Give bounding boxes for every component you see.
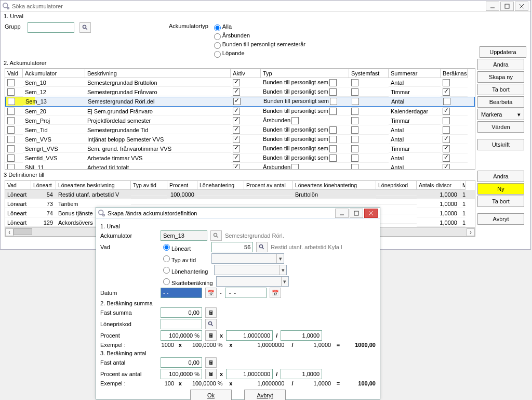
table-row[interactable]: Semtid_VVSArbetade timmar VVSBunden till… <box>5 153 475 163</box>
dlg-lpkod-search[interactable] <box>205 319 217 329</box>
dlg-exempel2-label: Exempel : <box>100 380 156 386</box>
dlg-ack-search[interactable] <box>210 230 222 241</box>
dialog-ok-button[interactable]: Ok <box>190 390 232 400</box>
calculator-icon[interactable]: 🖩 <box>205 369 217 379</box>
radio-bunden[interactable]: Bunden till personligt semesterår <box>211 40 305 49</box>
dlg-fastsumma[interactable] <box>161 307 202 318</box>
dlg-ack-value <box>161 230 207 241</box>
dlg-lpkod-label: Lönepriskod <box>100 321 157 327</box>
dialog-minimize-button[interactable] <box>335 209 349 218</box>
table-row[interactable]: Sem_TidSemestergrundande TidBunden till … <box>5 125 475 135</box>
svg-line-2 <box>7 6 8 7</box>
dialog-sec3: 3. Beräkning antal <box>100 350 376 356</box>
search-icon <box>208 321 214 327</box>
dlg-pavantal2[interactable] <box>226 369 273 379</box>
dlg-datum-label: Datum <box>100 290 157 296</box>
varden-button[interactable]: Värden <box>477 121 524 133</box>
def-ny-button[interactable]: Ny <box>477 183 524 195</box>
dlg-radio-lonehantering[interactable]: Lönehantering <box>161 265 208 275</box>
utskrift-button[interactable]: Utskrift <box>477 139 524 150</box>
dlg-procent2[interactable] <box>226 330 273 341</box>
table-row[interactable]: Sem_VVSIntjänat belopp Semester VVSBunde… <box>5 135 475 144</box>
table-row[interactable]: Löneart54Restid utanf. arbetstid V100,00… <box>5 190 475 199</box>
dlg-vad-input[interactable] <box>211 242 253 252</box>
calendar-to-icon[interactable]: 📅 <box>270 288 281 298</box>
scroll-left-icon[interactable]: ‹ <box>5 228 14 236</box>
svg-rect-12 <box>354 211 358 215</box>
bearbeta-button[interactable]: Bearbeta <box>477 96 524 108</box>
dlg-fastantal-label: Fast antal <box>100 359 157 366</box>
dlg-fastantal[interactable] <box>161 357 202 368</box>
dlg-radio-skatt[interactable]: Skatteberäkning <box>161 277 213 286</box>
chevron-down-icon: ▾ <box>279 265 286 275</box>
maximize-button[interactable] <box>500 2 514 11</box>
update-button[interactable]: Uppdatera <box>480 46 526 58</box>
table-row[interactable]: Sem_10Semestergrundad BruttolönBunden ti… <box>5 78 475 87</box>
close-button[interactable] <box>515 2 528 11</box>
dlg-datum-to[interactable] <box>225 288 267 298</box>
skapa-ny-button[interactable]: Skapa ny <box>477 71 524 83</box>
calculator-icon[interactable]: 🖩 <box>205 330 217 341</box>
scroll-right-icon[interactable]: › <box>467 228 475 236</box>
dlg-procent3[interactable] <box>281 330 322 341</box>
dlg-datum-from[interactable]: - - <box>161 288 202 298</box>
svg-point-19 <box>209 322 212 325</box>
definition-dialog: Skapa /ändra ackumulatordefinition 1. Ur… <box>96 207 380 399</box>
svg-point-7 <box>83 25 86 29</box>
search-icon <box>259 244 265 250</box>
ackumulatorer-grid: Vald Ackumulator Beskrivning Aktiv Typ S… <box>5 68 475 170</box>
markera-dropdown[interactable]: Markera▾ <box>477 109 524 120</box>
dlg-procent[interactable] <box>161 330 202 341</box>
dialog-maximize-button[interactable] <box>350 209 363 218</box>
dlg-lpkod[interactable] <box>161 319 202 329</box>
ackumulatortyp-group: Ackumulatortyp Alla Årsbunden Bunden til… <box>169 22 305 58</box>
ack-grid-body[interactable]: Sem_10Semestergrundad BruttolönBunden ti… <box>5 78 475 170</box>
dlg-pavantal3[interactable] <box>281 369 322 379</box>
andra-button[interactable]: Ändra <box>477 59 524 70</box>
svg-point-10 <box>103 214 105 216</box>
table-row[interactable]: Sem_ProjProjektfördelad semesterÅrsbunde… <box>5 116 475 125</box>
dlg-ack-label: Ackumulator <box>100 233 157 239</box>
svg-point-17 <box>260 245 263 248</box>
dlg-skatt-combo[interactable]: ▾ <box>216 276 289 287</box>
svg-line-18 <box>262 248 264 249</box>
def-ta-bort-button[interactable]: Ta bort <box>477 196 524 207</box>
dlg-typ-combo[interactable]: ▾ <box>211 253 284 264</box>
dlg-ack-desc: Semestergrundad Rörl. <box>225 233 284 239</box>
svg-line-8 <box>86 28 87 30</box>
def-andra-button[interactable]: Ändra <box>477 171 524 182</box>
dialog-close-button[interactable] <box>364 209 378 218</box>
dialog-titlebar: Skapa /ändra ackumulatordefinition <box>96 208 380 219</box>
section-1-header: 1. Urval <box>1 12 530 20</box>
calculator-icon[interactable]: 🖩 <box>205 357 217 368</box>
calculator-icon[interactable]: 🖩 <box>205 307 217 318</box>
dlg-vad-search[interactable] <box>256 242 268 252</box>
def-avbryt-button[interactable]: Avbryt <box>477 213 524 225</box>
table-row[interactable]: Sem_20Ej Sem.grundad FrånvaroBunden till… <box>5 107 475 116</box>
table-row[interactable]: Sem_12Semestergrundad FrånvaroBunden til… <box>5 87 475 97</box>
svg-line-16 <box>217 236 218 238</box>
ack-grid-header: Vald Ackumulator Beskrivning Aktiv Typ S… <box>5 69 475 78</box>
chevron-down-icon: ▾ <box>276 254 284 263</box>
radio-alla[interactable]: Alla <box>211 22 305 31</box>
filter-panel: Grupp Ackumulatortyp Alla Årsbunden Bund… <box>1 20 530 59</box>
dlg-radio-typavtid[interactable]: Typ av tid <box>161 254 196 263</box>
chevron-down-icon: ▾ <box>281 277 288 286</box>
radio-arsbunden[interactable]: Årsbunden <box>211 31 305 40</box>
table-row[interactable]: Semgrt_VVSSem. grund. frånvarotimmar VVS… <box>5 144 475 153</box>
calendar-from-icon[interactable]: 📅 <box>205 288 217 298</box>
radio-lopande[interactable]: Löpande <box>211 49 305 58</box>
minimize-button[interactable] <box>486 2 499 11</box>
dlg-radio-loneart[interactable]: Löneart <box>161 242 191 252</box>
table-row[interactable]: SNI_11Arbetad tid totaltÅrsbundenAntal <box>5 163 475 170</box>
dlg-pavantal[interactable] <box>161 369 202 379</box>
table-row[interactable]: Sem_13Semestergrundad Rörl.delBunden til… <box>5 97 475 107</box>
group-search-button[interactable] <box>79 22 91 33</box>
group-input[interactable] <box>28 22 74 33</box>
app-icon <box>3 3 10 10</box>
svg-rect-4 <box>505 4 509 8</box>
dialog-avbryt-button[interactable]: Avbryt <box>244 390 286 400</box>
dlg-lhant-combo[interactable]: ▾ <box>214 265 287 275</box>
search-icon <box>213 233 219 239</box>
ta-bort-button[interactable]: Ta bort <box>477 84 524 95</box>
